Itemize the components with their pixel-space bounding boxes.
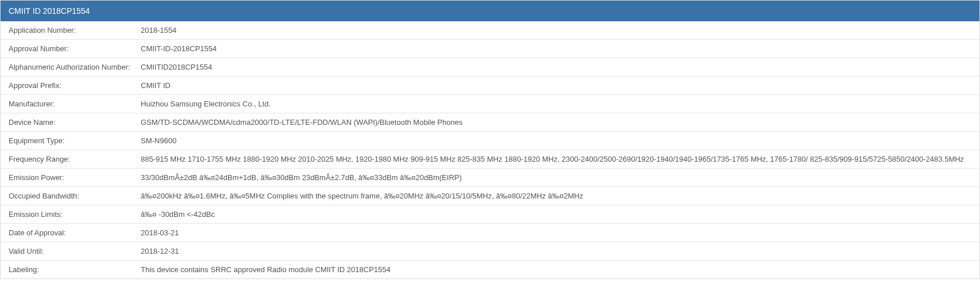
row-label: Alphanumeric Authorization Number: [9,63,141,71]
detail-row: Approval Number:CMIIT-ID-2018CP1554 [1,40,979,58]
row-value: This device contains SRRC approved Radio… [141,265,971,274]
detail-row: Labeling:This device contains SRRC appro… [1,261,979,278]
detail-row: Occupied Bandwidth:â‰¤200kHz â‰¤1.6MHz, … [1,187,979,205]
row-label: Emission Power: [9,173,141,182]
panel-header: CMIIT ID 2018CP1554 [1,1,979,21]
row-value: 2018-03-21 [141,228,971,237]
row-label: Date of Approval: [9,228,141,237]
detail-row: Frequency Range:885-915 MHz 1710-1755 MH… [1,150,979,169]
detail-row: Device Name:GSM/TD-SCDMA/WCDMA/cdma2000/… [1,113,979,132]
row-value: 33/30dBmÂ±2dB â‰¤24dBm+1dB, â‰¤30dBm 23d… [141,173,971,182]
row-label: Labeling: [9,265,141,274]
detail-row: Equipment Type:SM-N9600 [1,132,979,150]
row-label: Approval Number: [9,44,141,53]
row-value: Huizhou Samsung Electronics Co., Ltd. [141,100,971,108]
detail-row: Valid Until:2018-12-31 [1,242,979,261]
row-label: Frequency Range: [9,155,141,163]
row-value: GSM/TD-SCDMA/WCDMA/cdma2000/TD-LTE/LTE-F… [141,118,971,127]
panel-body: Application Number:2018-1554Approval Num… [1,21,979,278]
detail-row: Alphanumeric Authorization Number:CMIITI… [1,58,979,77]
detail-row: Date of Approval:2018-03-21 [1,224,979,242]
row-value: CMIIT-ID-2018CP1554 [141,44,971,53]
detail-row: Emission Limits:â‰¤ -30dBm <-42dBc [1,205,979,224]
detail-row: Manufacturer:Huizhou Samsung Electronics… [1,95,979,113]
row-label: Manufacturer: [9,100,141,108]
row-label: Approval Prefix: [9,81,141,90]
row-label: Equipment Type: [9,136,141,145]
row-label: Device Name: [9,118,141,127]
row-value: â‰¤ -30dBm <-42dBc [141,210,971,219]
row-label: Application Number: [9,26,141,35]
detail-row: Approval Prefix:CMIIT ID [1,77,979,95]
row-label: Occupied Bandwidth: [9,192,141,200]
detail-row: Application Number:2018-1554 [1,21,979,40]
row-label: Emission Limits: [9,210,141,219]
row-value: CMIITID2018CP1554 [141,63,971,71]
row-value: SM-N9600 [141,136,971,145]
row-value: â‰¤200kHz â‰¤1.6MHz, â‰¤5MHz Complies wi… [141,192,971,200]
row-value: CMIIT ID [141,81,971,90]
detail-row: Emission Power:33/30dBmÂ±2dB â‰¤24dBm+1d… [1,169,979,187]
row-value: 2018-1554 [141,26,971,35]
row-label: Valid Until: [9,247,141,255]
panel-title: CMIIT ID 2018CP1554 [9,6,90,16]
row-value: 2018-12-31 [141,247,971,255]
details-panel: CMIIT ID 2018CP1554 Application Number:2… [0,0,980,279]
row-value: 885-915 MHz 1710-1755 MHz 1880-1920 MHz … [141,155,971,163]
